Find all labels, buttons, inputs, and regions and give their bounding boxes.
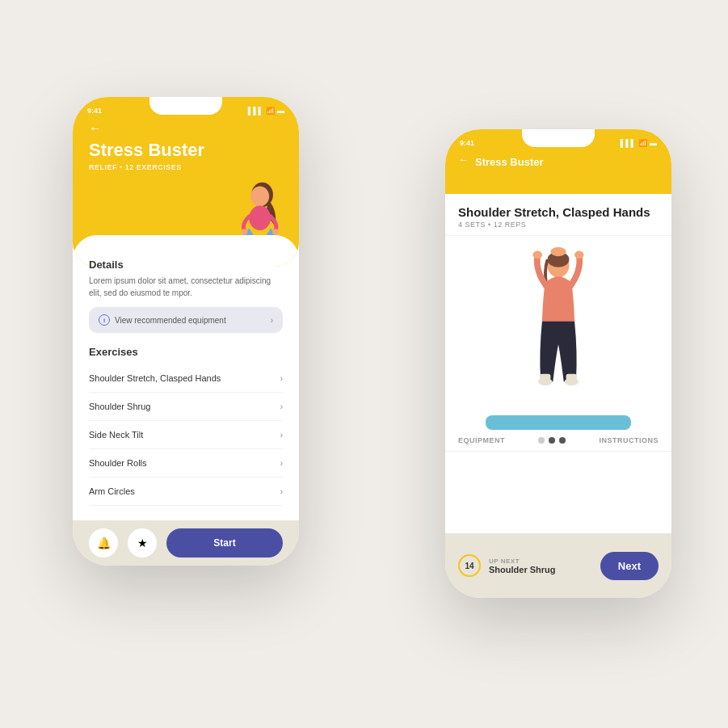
svg-point-1	[250, 187, 269, 207]
info-icon: i	[99, 314, 110, 326]
standing-figure	[506, 244, 611, 422]
bell-icon: 🔔	[97, 537, 111, 549]
next-button[interactable]: Next	[600, 552, 659, 580]
tabs-row: EQUIPMENT INSTRUCTIONS	[445, 430, 671, 452]
exercise-image-area	[445, 236, 671, 430]
back-button-right[interactable]: ←	[458, 154, 469, 166]
equipment-btn-left: i View recommended equipment	[99, 314, 226, 326]
left-header-title: Stress Buster	[89, 141, 283, 160]
exercise-item-2[interactable]: Shoulder Shrug ›	[89, 393, 283, 421]
exercise-chevron-2: ›	[280, 402, 283, 411]
exercise-name-3: Side Neck Tilt	[89, 430, 143, 440]
exercise-name-4: Shoulder Rolls	[89, 458, 147, 468]
svg-point-2	[249, 205, 271, 230]
equipment-label: View recommended equipment	[115, 316, 226, 325]
battery-icon: ▬	[277, 107, 284, 115]
up-next-name: Shoulder Shrug	[489, 565, 592, 574]
start-label: Start	[213, 537, 235, 549]
chevron-right-icon: ›	[271, 316, 273, 325]
left-body: Details Lorem ipsum dolor sit amet, cons…	[73, 250, 299, 520]
exercises-label: Exercises	[89, 346, 283, 358]
status-icons-left: ▌▌▌ 📶 ▬	[248, 107, 284, 115]
equipment-button[interactable]: i View recommended equipment ›	[89, 307, 283, 333]
wifi-icon-r: 📶	[638, 139, 647, 147]
star-button[interactable]: ★	[128, 528, 157, 558]
start-button[interactable]: Start	[166, 528, 283, 558]
left-header-content: ← Stress Buster RELIEF • 12 EXERCISES	[89, 121, 283, 171]
right-header-content: ← Stress Buster	[458, 154, 659, 170]
exercise-item-1[interactable]: Shoulder Stretch, Clasped Hands ›	[89, 364, 283, 393]
wifi-icon: 📶	[266, 107, 275, 115]
exercise-chevron-1: ›	[280, 374, 283, 383]
dot-3	[559, 437, 566, 444]
exercise-header: Shoulder Stretch, Clasped Hands 4 SETS •…	[445, 194, 671, 236]
svg-point-12	[550, 247, 566, 256]
detail-body: Lorem ipsum dolor sit amet, consectetur …	[89, 275, 283, 299]
svg-point-6	[272, 229, 279, 235]
tab-dots	[538, 437, 566, 444]
time-right: 9:41	[460, 139, 474, 147]
svg-rect-16	[566, 374, 577, 381]
svg-point-5	[242, 229, 248, 235]
bottom-nav-left: 🔔 ★ Start	[73, 520, 299, 566]
star-icon: ★	[137, 537, 148, 549]
notch-left	[149, 97, 222, 115]
svg-point-11	[574, 251, 583, 259]
exercise-item-4[interactable]: Shoulder Rolls ›	[89, 449, 283, 478]
exercise-chevron-4: ›	[280, 459, 283, 468]
exercise-name-2: Shoulder Shrug	[89, 402, 150, 411]
svg-point-10	[532, 251, 541, 259]
up-next-label: UP NEXT	[489, 558, 592, 565]
back-button-left[interactable]: ←	[89, 121, 283, 136]
left-header-subtitle: RELIEF • 12 EXERCISES	[89, 163, 283, 171]
up-next-info: UP NEXT Shoulder Shrug	[489, 558, 592, 574]
exercises-section: Exercises Shoulder Stretch, Clasped Hand…	[89, 346, 283, 506]
next-label: Next	[618, 560, 641, 572]
yoga-mat	[486, 415, 631, 430]
equipment-tab-label[interactable]: EQUIPMENT	[458, 436, 505, 444]
instructions-tab-label[interactable]: INSTRUCTIONS	[599, 436, 659, 444]
time-left: 9:41	[87, 107, 102, 115]
status-icons-right: ▌▌▌ 📶 ▬	[621, 139, 657, 147]
signal-icon-r: ▌▌▌	[621, 139, 636, 147]
exercise-name-1: Shoulder Stretch, Clasped Hands	[89, 373, 221, 383]
exercise-chevron-5: ›	[280, 487, 283, 496]
phone-left: 9:41 ▌▌▌ 📶 ▬ ← Stress Buster RELIEF • 12…	[73, 97, 299, 566]
exercise-chevron-3: ›	[280, 431, 283, 440]
scene: 9:41 ▌▌▌ 📶 ▬ ← Stress Buster RELIEF • 12…	[0, 0, 728, 728]
bottom-strip-right: 14 UP NEXT Shoulder Shrug Next	[445, 533, 671, 598]
svg-rect-15	[540, 374, 550, 381]
battery-icon-r: ▬	[650, 139, 657, 147]
exercise-item-3[interactable]: Side Neck Tilt ›	[89, 421, 283, 449]
dot-1	[538, 437, 545, 444]
dot-2	[549, 437, 555, 444]
signal-icon: ▌▌▌	[248, 107, 263, 115]
details-label: Details	[89, 259, 283, 271]
bell-button[interactable]: 🔔	[89, 528, 118, 558]
notch-right	[522, 129, 595, 147]
exercise-item-5[interactable]: Arm Circles ›	[89, 478, 283, 506]
right-header-title: Stress Buster	[475, 156, 544, 168]
right-body: Shoulder Stretch, Clasped Hands 4 SETS •…	[445, 194, 671, 533]
exercise-name-5: Arm Circles	[89, 486, 135, 496]
exercise-subtitle: 4 SETS • 12 REPS	[458, 221, 659, 229]
left-header: 9:41 ▌▌▌ 📶 ▬ ← Stress Buster RELIEF • 12…	[73, 97, 299, 267]
up-next-number: 14	[458, 554, 481, 577]
phone-right: 9:41 ▌▌▌ 📶 ▬ ← Stress Buster Shoulder St…	[445, 129, 671, 598]
exercise-title: Shoulder Stretch, Clasped Hands	[458, 205, 659, 219]
